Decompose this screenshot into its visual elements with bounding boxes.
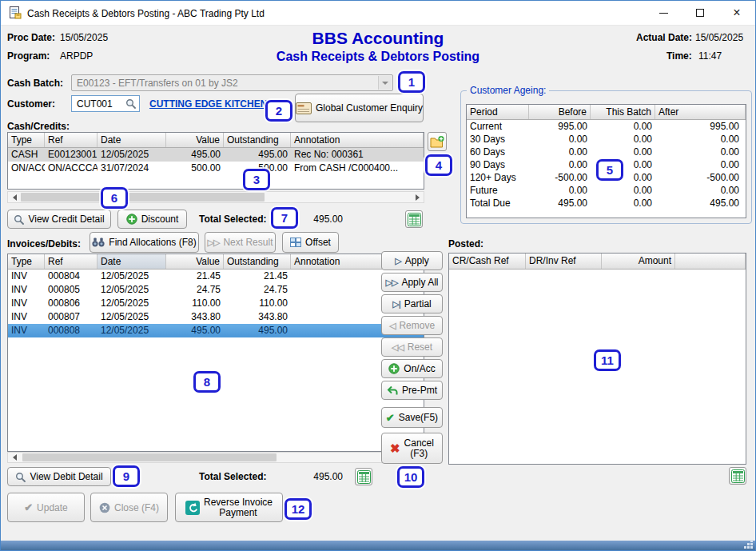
partial-button[interactable]: ▷| Partial [381,294,443,313]
column-header-ref[interactable]: Ref [45,254,97,269]
cash-credit-row-cash[interactable]: CASH E00123001 12/05/2025 495.00 495.00 … [8,148,424,162]
next-result-button[interactable]: ▷▷ Next Result [205,232,276,253]
close-f4-button[interactable]: Close (F4) [90,493,168,522]
save-button[interactable]: ✔ Save(F5) [381,407,443,428]
screen-title: Cash Receipts & Debtors Posting [1,50,755,64]
column-header-type[interactable]: Type [8,133,45,147]
maximize-button[interactable] [682,1,718,25]
invoice-row-000807[interactable]: INV 000807 12/05/2025 343.80 343.80 [8,310,424,324]
column-header-ref[interactable]: Ref [45,133,97,147]
export-excel-button-invoices[interactable] [355,468,372,485]
callout-11: 11 [594,349,621,371]
cell-type: CASH [8,148,45,162]
on-acc-button[interactable]: On/Acc [381,359,443,378]
column-header-dr-inv-ref[interactable]: DR/Inv Ref [526,254,602,269]
callout-4: 4 [425,154,452,176]
cell-value: 343.80 [166,310,224,324]
combobox-dropdown-button[interactable] [378,76,392,90]
titlebar[interactable]: Cash Receipts & Debtors Posting - ABC Tr… [1,1,755,26]
scroll-left-button[interactable] [8,192,21,202]
customer-lookup-icon[interactable] [125,98,136,109]
posted-header-row: CR/Cash Ref DR/Inv Ref Amount [449,254,746,270]
cash-credits-hscrollbar[interactable] [7,191,424,203]
export-excel-button-credits[interactable] [405,210,423,228]
customer-name-link[interactable]: CUTTING EDGE KITCHENS [149,98,273,110]
ageing-after: 995.00 [655,120,746,133]
invoice-row-000804[interactable]: INV 000804 12/05/2025 21.45 21.45 [8,270,424,283]
pre-pmt-button[interactable]: Pre-Pmt [381,381,443,400]
scroll-thumb[interactable] [21,193,265,202]
ageing-period: 120+ Days [467,171,529,184]
cell-type: ON/ACC [8,162,45,175]
customer-code-input[interactable]: CUT001 [71,95,140,112]
column-header-outstanding[interactable]: Outstanding [224,133,291,147]
cell-value: 495.00 [166,148,224,162]
reverse-invoice-payment-button[interactable]: Reverse InvoicePayment [175,493,283,522]
close-button[interactable]: × [718,1,755,25]
cell-value: 110.00 [166,297,224,310]
column-header-date[interactable]: Date [97,133,166,147]
ageing-column-this-batch: This Batch [591,105,655,119]
invoice-row-000805[interactable]: INV 000805 12/05/2025 24.75 24.75 [8,283,424,297]
view-debit-detail-button[interactable]: View Debit Detail [7,467,111,486]
binoculars-icon [92,238,105,247]
discount-button[interactable]: Discount [117,210,187,229]
column-header-type[interactable]: Type [8,254,45,269]
cash-batch-combobox[interactable]: E00123 - EFT/Transfers on 01 by JS2 [71,74,393,91]
column-header-cr-cash-ref[interactable]: CR/Cash Ref [449,254,526,269]
column-header-date-sorted[interactable]: Date [97,254,166,269]
scroll-right-button[interactable] [411,192,424,202]
cell-ref: ON/ACCCA... [45,162,97,175]
apply-button[interactable]: ▷ Apply [381,251,443,270]
add-annotation-button[interactable] [428,132,447,151]
reset-button[interactable]: ◁◁ Reset [381,337,443,357]
scroll-left-button[interactable] [8,453,21,462]
apply-all-button[interactable]: ▷▷ Apply All [381,273,443,292]
plus-circle-icon [126,214,137,225]
discount-label: Discount [141,214,179,225]
reset-label: Reset [408,341,432,353]
status-bar [1,541,755,550]
ageing-before: 495.00 [529,197,591,210]
cash-credit-row-onacc[interactable]: ON/ACC ON/ACCCA... 31/07/2024 500.00 500… [8,162,424,175]
pre-pmt-label: Pre-Pmt [402,385,437,396]
global-customer-enquiry-label: Global Customer Enquiry [316,102,423,114]
scroll-track[interactable] [21,453,411,462]
update-button[interactable]: ✔ Update [7,493,85,522]
cell-value: 24.75 [166,283,224,297]
ageing-after: 0.00 [655,133,746,146]
scroll-track[interactable] [21,192,411,202]
cell-ref: 000805 [45,283,97,297]
invoices-label: Invoices/Debits: [7,238,81,250]
apply-label: Apply [405,255,429,266]
column-header-outstanding[interactable]: Outstanding [224,254,291,269]
scroll-thumb[interactable] [22,453,277,461]
resize-grip[interactable] [751,547,752,548]
invoices-grid[interactable]: Type Ref Date Value Outstanding Annotati… [7,254,424,452]
remove-button[interactable]: ◁ Remove [381,316,443,335]
ageing-row: Current 995.00 0.00 995.00 [467,120,746,133]
offset-button[interactable]: Offset [282,232,339,253]
invoices-hscrollbar[interactable] [7,452,424,463]
cell-ref: 000804 [45,270,97,283]
invoice-row-000806[interactable]: INV 000806 12/05/2025 110.00 110.00 [8,297,424,310]
minimize-button[interactable] [645,1,682,25]
cancel-f3-button[interactable]: ✖ Cancel(F3) [381,433,443,464]
reset-arrow-icon: ◁◁ [392,342,404,353]
global-customer-enquiry-button[interactable]: Global Customer Enquiry [295,94,424,122]
cell-outstanding: 110.00 [224,297,291,310]
column-header-value[interactable]: Value [166,254,224,269]
ageing-period: Future [467,184,529,197]
column-header-amount[interactable]: Amount [602,254,675,269]
cash-batch-value: E00123 - EFT/Transfers on 01 by JS2 [77,78,238,89]
column-header-annotation[interactable]: Annotation [291,133,424,147]
find-allocations-button[interactable]: Find Allocations (F8) [90,232,199,253]
posted-label: Posted: [448,238,483,250]
cash-credits-grid[interactable]: Type Ref Date Value Outstanding Annotati… [7,132,424,190]
export-excel-button-posted[interactable] [729,467,746,485]
next-result-icon: ▷▷ [208,238,220,248]
callout-7: 7 [271,207,298,229]
column-header-value[interactable]: Value [166,133,224,147]
invoice-row-000808-selected[interactable]: INV 000808 12/05/2025 495.00 495.00 [8,324,424,337]
view-credit-detail-button[interactable]: View Credit Detail [7,210,111,229]
